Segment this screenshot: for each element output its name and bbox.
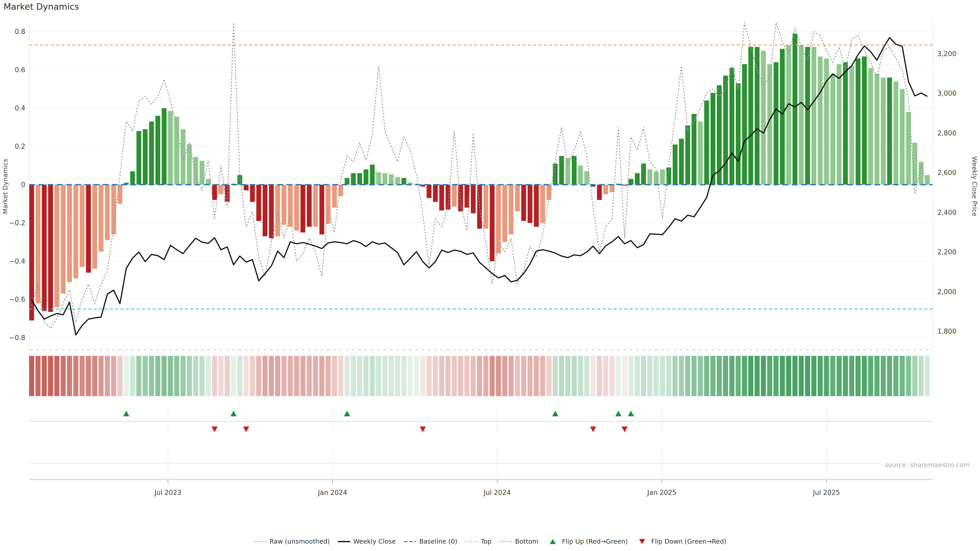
md-bar <box>755 47 759 185</box>
heatmap-cell <box>206 356 211 396</box>
heatmap-cell <box>218 356 224 396</box>
md-bar <box>439 185 444 210</box>
heatmap-cell <box>881 356 886 396</box>
legend-item: Bottom <box>499 538 538 545</box>
heatmap-cell <box>578 356 583 396</box>
md-bar <box>679 139 684 185</box>
md-bar <box>729 68 734 184</box>
heatmap-cell <box>609 356 614 396</box>
md-bar <box>181 129 186 184</box>
md-bar <box>862 56 867 184</box>
md-bar <box>685 125 690 184</box>
x-axis-tick-label: Jul 2024 <box>483 489 511 496</box>
md-bar <box>206 179 211 184</box>
heatmap-cell <box>54 356 59 396</box>
heatmap-cell <box>187 356 192 396</box>
md-bar <box>673 144 678 184</box>
heatmap-cell <box>363 356 369 396</box>
md-bar <box>357 173 362 185</box>
heatmap-cell <box>729 356 735 396</box>
heatmap-cell <box>80 356 85 396</box>
legend-item-label: Top <box>481 538 492 545</box>
heatmap-cell <box>458 356 463 396</box>
heatmap-cell <box>691 356 697 396</box>
heatmap-cell <box>193 356 198 396</box>
md-bar <box>137 131 142 185</box>
md-bar <box>282 185 286 225</box>
md-bar <box>427 185 431 198</box>
md-bar <box>502 185 507 242</box>
md-bar <box>168 111 173 185</box>
flip-up-marker <box>552 411 558 416</box>
md-bar <box>67 185 72 282</box>
legend-item: Flip Down (Green→Red) <box>635 538 727 545</box>
md-bar <box>452 185 457 206</box>
heatmap-cell <box>124 356 129 396</box>
heatmap-cell <box>843 356 848 396</box>
right-axis-tick: 2,200 <box>937 248 956 256</box>
heatmap-cell <box>786 356 791 396</box>
heatmap-cell <box>628 356 633 396</box>
md-bar <box>294 185 299 230</box>
md-bar <box>522 185 526 221</box>
heatmap-cell <box>698 356 703 396</box>
heatmap-cell <box>332 356 337 396</box>
md-bar <box>73 185 78 278</box>
flip-up-marker <box>628 411 634 416</box>
heatmap-cell <box>679 356 684 396</box>
heatmap-cell <box>288 356 293 396</box>
md-bar <box>692 114 697 184</box>
heatmap-cell <box>509 356 514 396</box>
heatmap-cell <box>622 356 627 396</box>
triangle-up-icon <box>546 538 559 545</box>
right-axis-tick: 2,400 <box>937 209 956 216</box>
md-bar <box>900 89 905 185</box>
heatmap-cell <box>735 356 741 396</box>
md-bar <box>723 76 728 184</box>
md-bar <box>256 185 261 221</box>
flip-up-marker <box>231 411 237 416</box>
md-bar <box>780 49 785 184</box>
heatmap-cell <box>685 356 690 396</box>
dotted-line-icon <box>254 538 267 545</box>
heatmap-cell <box>540 356 545 396</box>
md-bar <box>572 156 576 184</box>
md-bar <box>850 66 854 185</box>
heatmap-cell <box>407 356 413 396</box>
heatmap-cell <box>149 356 154 396</box>
md-bar <box>61 185 65 294</box>
md-bar <box>48 185 53 312</box>
heatmap-cell <box>496 356 501 396</box>
heatmap-cell <box>143 356 148 396</box>
heatmap-cell <box>874 356 880 396</box>
heatmap-cell <box>86 356 91 396</box>
heatmap-cell <box>590 356 596 396</box>
heatmap-cell <box>414 356 419 396</box>
heatmap-cell <box>780 356 785 396</box>
md-bar <box>584 171 589 184</box>
triangle-down-icon <box>635 538 649 545</box>
md-bar <box>433 185 438 202</box>
md-bar <box>326 185 331 224</box>
md-bar <box>894 81 898 185</box>
heatmap-cell <box>565 356 570 396</box>
heatmap-cell <box>401 356 406 396</box>
md-bar <box>187 144 192 184</box>
heatmap-cell <box>868 356 873 396</box>
md-bar <box>250 185 255 202</box>
left-axis-tick: 0.2 <box>15 143 25 150</box>
heatmap-cell <box>199 356 204 396</box>
legend-item-label: Baseline (0) <box>419 538 457 545</box>
md-bar <box>143 129 148 184</box>
md-bar <box>149 121 154 184</box>
md-bar <box>856 59 861 185</box>
heatmap-cell <box>603 356 608 396</box>
legend-item-label: Flip Down (Green→Red) <box>651 538 727 545</box>
heatmap-cell <box>307 356 312 396</box>
right-axis-tick: 3,200 <box>937 50 956 58</box>
heatmap-cell <box>856 356 861 396</box>
heatmap-cell <box>465 356 469 396</box>
heatmap-cell <box>452 356 457 396</box>
flip-up-marker <box>615 411 621 416</box>
heatmap-cell <box>799 356 804 396</box>
